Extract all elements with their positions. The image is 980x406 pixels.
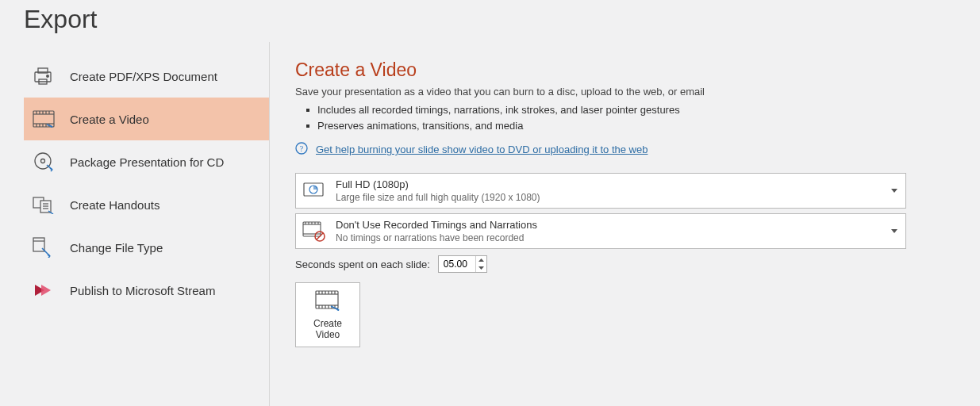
help-icon: ? xyxy=(295,142,308,157)
chevron-down-icon xyxy=(891,229,897,233)
sidebar-item-label: Change File Type xyxy=(70,241,163,255)
handouts-icon xyxy=(32,193,56,216)
sidebar-item-label: Create PDF/XPS Document xyxy=(70,70,217,83)
sidebar-item-create-video[interactable]: Create a Video xyxy=(24,98,269,140)
svg-point-18 xyxy=(41,159,45,163)
svg-marker-43 xyxy=(478,266,484,270)
bullet-item: Preserves animations, transitions, and m… xyxy=(306,118,956,134)
sidebar-item-label: Publish to Microsoft Stream xyxy=(70,284,215,297)
seconds-label: Seconds spent on each slide: xyxy=(295,259,430,270)
seconds-input[interactable] xyxy=(439,256,475,272)
video-icon xyxy=(32,107,56,131)
monitor-icon xyxy=(302,180,326,202)
dropdown-title: Full HD (1080p) xyxy=(336,178,891,190)
sidebar-item-label: Create a Video xyxy=(70,113,149,126)
create-video-icon xyxy=(315,290,340,313)
sidebar-item-label: Create Handouts xyxy=(70,198,159,212)
video-quality-dropdown[interactable]: Full HD (1080p) Large file size and full… xyxy=(295,173,906,209)
no-timings-icon xyxy=(302,220,326,243)
chevron-down-icon xyxy=(891,189,897,193)
svg-marker-27 xyxy=(41,285,51,296)
svg-text:?: ? xyxy=(300,144,304,153)
create-video-button-label: Create Video xyxy=(313,318,342,340)
pdf-icon xyxy=(32,64,56,88)
sidebar-item-package-cd[interactable]: Package Presentation for CD xyxy=(24,140,269,183)
create-video-button[interactable]: Create Video xyxy=(295,282,360,347)
cd-icon xyxy=(32,150,56,174)
spinner-up-button[interactable] xyxy=(476,256,486,264)
content-subtitle: Save your presentation as a video that y… xyxy=(295,86,956,98)
help-link[interactable]: Get help burning your slide show video t… xyxy=(316,144,648,155)
content-title: Create a Video xyxy=(295,59,956,81)
bullet-item: Includes all recorded timings, narration… xyxy=(306,102,956,118)
seconds-spinner[interactable] xyxy=(438,255,487,273)
dropdown-subtitle: No timings or narrations have been recor… xyxy=(336,232,891,243)
sidebar-item-change-file-type[interactable]: Change File Type xyxy=(24,226,269,269)
content-bullets: Includes all recorded timings, narration… xyxy=(306,102,956,134)
change-file-type-icon xyxy=(32,236,56,259)
sidebar-item-create-pdf-xps[interactable]: Create PDF/XPS Document xyxy=(24,55,269,98)
timings-dropdown[interactable]: Don't Use Recorded Timings and Narration… xyxy=(295,213,906,249)
dropdown-title: Don't Use Recorded Timings and Narration… xyxy=(336,219,891,231)
stream-icon xyxy=(32,278,56,302)
svg-point-3 xyxy=(47,75,49,78)
export-content-pane: Create a Video Save your presentation as… xyxy=(270,42,980,406)
spinner-down-button[interactable] xyxy=(476,264,486,272)
dropdown-subtitle: Large file size and full high quality (1… xyxy=(336,192,891,203)
sidebar-item-label: Package Presentation for CD xyxy=(70,155,224,169)
page-header: Export xyxy=(0,0,980,42)
page-title: Export xyxy=(24,5,980,34)
export-sidebar: Create PDF/XPS Document Create a Video P… xyxy=(0,42,270,406)
svg-marker-42 xyxy=(478,259,484,262)
sidebar-item-create-handouts[interactable]: Create Handouts xyxy=(24,183,269,226)
sidebar-item-publish-stream[interactable]: Publish to Microsoft Stream xyxy=(24,269,269,312)
